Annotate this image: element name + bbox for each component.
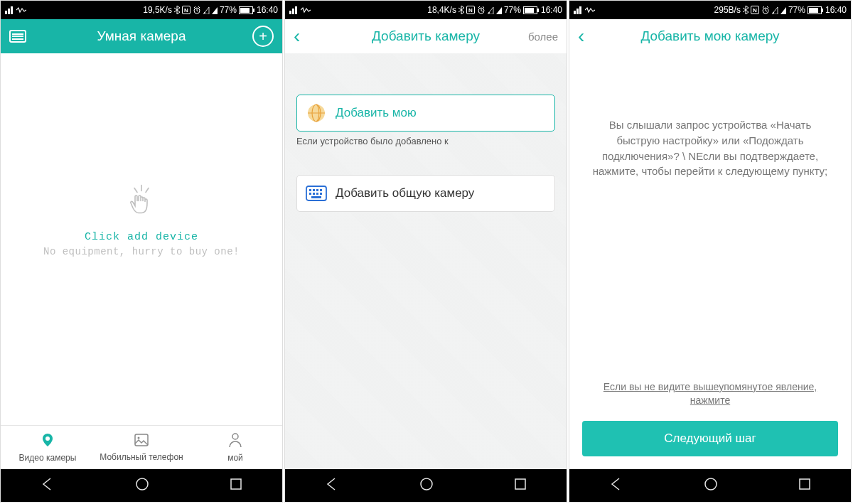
- tab-my[interactable]: мой: [188, 426, 282, 469]
- svg-rect-34: [313, 193, 315, 195]
- tab-mobile-phone[interactable]: Мобильный телефон: [95, 426, 188, 469]
- svg-text:N: N: [753, 7, 757, 14]
- main-content: Вы слышали запрос устройства «Начать быс…: [569, 53, 851, 469]
- instruction-text: Вы слышали запрос устройства «Начать быс…: [569, 53, 851, 179]
- svg-rect-29: [309, 189, 311, 191]
- main-content: Добавить мою Если устройство было добавл…: [285, 53, 567, 469]
- back-button[interactable]: ‹: [285, 19, 309, 53]
- back-button[interactable]: ‹: [569, 19, 593, 53]
- battery-icon: [523, 6, 539, 14]
- tab-label: Мобильный телефон: [100, 452, 183, 462]
- nav-home-button[interactable]: [135, 477, 149, 494]
- app-header: Умная камера +: [1, 19, 282, 53]
- empty-state[interactable]: Click add device No equipment, hurry to …: [1, 184, 282, 257]
- battery-pct: 77%: [788, 5, 805, 15]
- nav-back-button[interactable]: [325, 477, 339, 494]
- battery-pct: 77%: [220, 5, 237, 15]
- svg-rect-39: [515, 479, 525, 489]
- next-step-button[interactable]: Следующий шаг: [582, 421, 838, 456]
- svg-rect-37: [311, 196, 321, 198]
- svg-rect-25: [525, 8, 534, 13]
- svg-rect-2: [11, 6, 13, 14]
- svg-point-38: [421, 478, 432, 490]
- chevron-left-icon: ‹: [578, 26, 584, 46]
- option-label: Добавить общую камеру: [336, 186, 474, 200]
- chart-icon: [5, 6, 14, 14]
- signal-icon: [488, 6, 502, 14]
- nav-recent-button[interactable]: [230, 478, 242, 493]
- bluetooth-icon: [743, 6, 749, 14]
- menu-icon: [9, 30, 26, 43]
- svg-rect-33: [309, 193, 311, 195]
- svg-rect-11: [135, 434, 148, 446]
- network-speed: 18,4K/s: [427, 5, 456, 15]
- battery-icon: [239, 6, 254, 14]
- svg-rect-1: [8, 9, 10, 14]
- svg-rect-36: [320, 193, 322, 195]
- svg-point-46: [773, 12, 774, 14]
- svg-rect-16: [289, 11, 291, 14]
- clock: 16:40: [825, 5, 847, 15]
- add-shared-camera-option[interactable]: Добавить общую камеру: [296, 175, 555, 212]
- nav-home-button[interactable]: [419, 477, 434, 494]
- svg-rect-49: [809, 8, 818, 13]
- image-icon: [134, 433, 149, 449]
- alarm-icon: [761, 6, 770, 14]
- nav-home-button[interactable]: [704, 477, 718, 494]
- waveform-icon: [301, 6, 311, 14]
- add-button[interactable]: +: [244, 19, 282, 53]
- svg-point-12: [138, 437, 140, 439]
- signal-icon: [772, 6, 786, 14]
- nav-back-button[interactable]: [609, 477, 623, 494]
- person-icon: [228, 432, 242, 450]
- svg-rect-32: [320, 189, 322, 191]
- svg-rect-51: [800, 479, 810, 489]
- svg-rect-0: [5, 11, 7, 14]
- svg-rect-30: [313, 189, 315, 191]
- nfc-icon: N: [182, 6, 191, 14]
- nav-recent-button[interactable]: [514, 478, 527, 493]
- bluetooth-icon: [458, 6, 464, 14]
- svg-rect-24: [537, 9, 539, 12]
- nav-back-button[interactable]: [41, 477, 55, 494]
- svg-point-14: [136, 478, 148, 490]
- svg-text:N: N: [468, 7, 473, 14]
- more-label: более: [528, 31, 558, 43]
- tap-hand-icon: [1, 184, 282, 225]
- tab-label: мой: [227, 453, 243, 463]
- nfc-icon: N: [466, 6, 475, 14]
- bottom-tab-bar: Видео камеры Мобильный телефон мой: [1, 425, 282, 469]
- empty-title: Click add device: [1, 231, 282, 243]
- nav-recent-button[interactable]: [798, 478, 811, 493]
- main-content: Click add device No equipment, hurry to …: [1, 53, 282, 425]
- svg-rect-9: [240, 8, 250, 13]
- battery-icon: [808, 6, 823, 14]
- network-speed: 19,5K/s: [143, 5, 172, 15]
- svg-point-6: [204, 12, 205, 14]
- svg-rect-35: [316, 193, 318, 195]
- page-title: Умная камера: [97, 28, 186, 44]
- waveform-icon: [585, 6, 595, 14]
- more-button[interactable]: более: [520, 19, 567, 53]
- tab-video-cameras[interactable]: Видео камеры: [1, 426, 95, 469]
- help-link[interactable]: Если вы не видите вышеупомянутое явление…: [569, 380, 851, 408]
- add-my-camera-option[interactable]: Добавить мою: [296, 95, 555, 132]
- menu-button[interactable]: [1, 19, 35, 53]
- alarm-icon: [193, 6, 201, 14]
- bluetooth-icon: [174, 6, 180, 14]
- app-header: ‹ Добавить мою камеру: [569, 19, 851, 53]
- svg-point-13: [232, 434, 238, 439]
- chart-icon: [289, 6, 298, 14]
- svg-point-10: [45, 436, 50, 441]
- plus-icon: +: [252, 26, 274, 47]
- waveform-icon: [16, 6, 26, 14]
- globe-icon: [306, 102, 327, 124]
- svg-rect-8: [253, 9, 254, 12]
- app-header: ‹ Добавить камеру более: [285, 19, 567, 53]
- battery-pct: 77%: [504, 5, 521, 15]
- chart-icon: [574, 6, 582, 14]
- nfc-icon: N: [751, 6, 759, 14]
- svg-point-50: [705, 478, 717, 490]
- android-nav-bar: [285, 469, 567, 502]
- android-nav-bar: [1, 469, 282, 502]
